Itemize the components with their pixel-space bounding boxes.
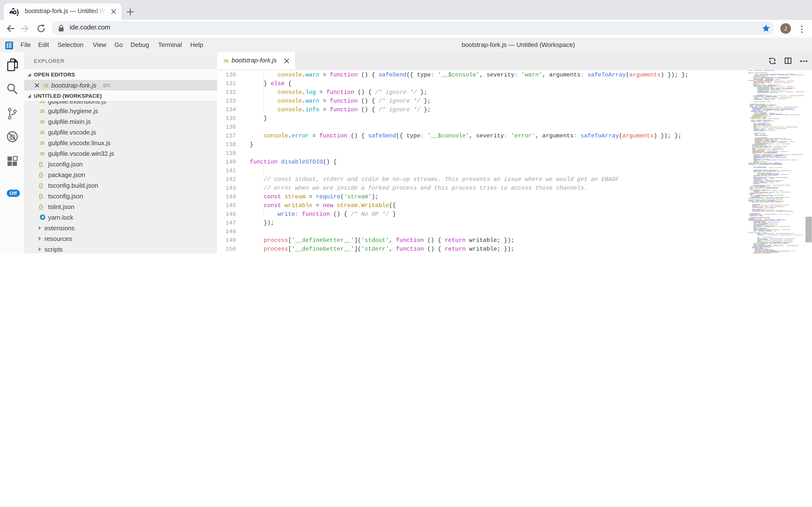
svg-text:}: } <box>16 8 19 15</box>
